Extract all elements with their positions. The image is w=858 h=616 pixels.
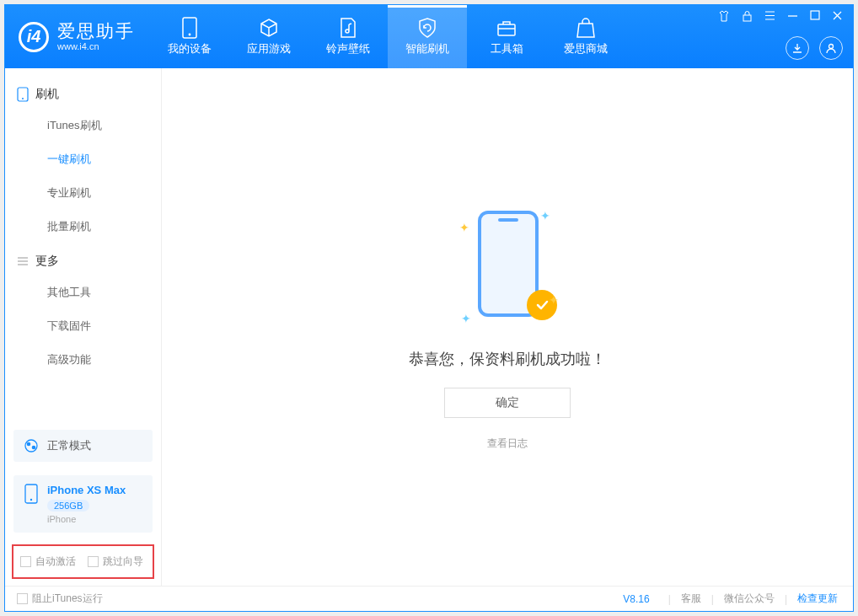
menu-icon[interactable]: [764, 10, 775, 24]
logo-icon: i4: [19, 22, 49, 52]
svg-rect-4: [811, 11, 819, 19]
sidebar-scroll: 刷机 iTunes刷机 一键刷机 专业刷机 批量刷机 更多 其他工具 下载固件 …: [5, 68, 161, 423]
sparkle-icon: ✦: [549, 293, 559, 307]
sidebar: 刷机 iTunes刷机 一键刷机 专业刷机 批量刷机 更多 其他工具 下载固件 …: [5, 68, 162, 586]
device-capacity: 256GB: [47, 500, 89, 512]
cube-icon: [258, 17, 280, 39]
svg-point-7: [22, 98, 24, 99]
svg-point-5: [829, 45, 834, 49]
sidebar-item-itunes-flash[interactable]: iTunes刷机: [5, 109, 161, 142]
app-window: i4 爱思助手 www.i4.cn 我的设备 应用游戏 铃声壁纸 智能刷机: [4, 4, 854, 612]
tshirt-icon[interactable]: [718, 10, 730, 24]
maximize-button[interactable]: [810, 10, 820, 24]
toolbox-icon: [496, 17, 517, 39]
close-button[interactable]: [832, 10, 843, 24]
checkbox-label: 阻止iTunes运行: [32, 592, 103, 606]
tab-label: 爱思商城: [564, 41, 608, 56]
success-illustration: ✦ ✦ ✦ ✦: [461, 204, 554, 330]
bag-icon: [575, 17, 597, 39]
view-log-link[interactable]: 查看日志: [487, 437, 528, 451]
version-label: V8.16: [623, 593, 649, 605]
device-name: iPhone XS Max: [47, 484, 126, 496]
list-icon: [17, 255, 29, 267]
sidebar-item-batch-flash[interactable]: 批量刷机: [5, 210, 161, 244]
checkbox-icon: [88, 556, 99, 567]
tab-my-device[interactable]: 我的设备: [150, 5, 229, 68]
tab-label: 应用游戏: [247, 41, 291, 56]
svg-point-12: [30, 499, 32, 501]
sidebar-section-flash: 刷机: [5, 77, 161, 109]
tab-ringtones[interactable]: 铃声壁纸: [308, 5, 388, 68]
options-row: 自动激活 跳过向导: [12, 544, 154, 579]
device-box[interactable]: iPhone XS Max 256GB iPhone: [13, 475, 153, 533]
svg-point-1: [189, 34, 191, 36]
sidebar-item-other-tools[interactable]: 其他工具: [5, 276, 161, 309]
sparkle-icon: ✦: [459, 221, 469, 234]
tab-label: 智能刷机: [405, 41, 449, 56]
device-icon: [179, 17, 201, 39]
sparkle-icon: ✦: [540, 209, 550, 222]
main-content: ✦ ✦ ✦ ✦ 恭喜您，保资料刷机成功啦！ 确定 查看日志: [162, 68, 853, 586]
sparkle-icon: ✦: [461, 312, 471, 325]
phone-icon: [17, 87, 29, 102]
device-phone-icon: [24, 484, 39, 504]
tab-label: 工具箱: [491, 41, 523, 56]
svg-point-10: [32, 446, 36, 450]
section-label: 刷机: [35, 87, 59, 102]
sidebar-item-download-firmware[interactable]: 下载固件: [5, 309, 161, 343]
checkbox-icon: [17, 593, 28, 604]
tab-flash[interactable]: 智能刷机: [388, 5, 467, 68]
sidebar-item-pro-flash[interactable]: 专业刷机: [5, 176, 161, 210]
status-bar: 阻止iTunes运行 V8.16 | 客服 | 微信公众号 | 检查更新: [5, 586, 853, 611]
brand-title: 爱思助手: [57, 21, 135, 41]
title-bar: i4 爱思助手 www.i4.cn 我的设备 应用游戏 铃声壁纸 智能刷机: [5, 5, 853, 68]
download-button[interactable]: [786, 36, 809, 60]
shield-refresh-icon: [416, 17, 438, 39]
footer-link-update[interactable]: 检查更新: [794, 592, 841, 606]
footer-link-wechat[interactable]: 微信公众号: [721, 592, 778, 606]
checkbox-label: 跳过向导: [103, 554, 143, 569]
checkbox-label: 自动激活: [35, 554, 76, 569]
sidebar-section-more: 更多: [5, 244, 161, 276]
section-label: 更多: [35, 254, 59, 269]
checkbox-skip-guide[interactable]: 跳过向导: [88, 554, 143, 569]
user-button[interactable]: [819, 36, 843, 60]
success-message: 恭喜您，保资料刷机成功啦！: [409, 349, 606, 369]
music-file-icon: [337, 17, 359, 39]
svg-rect-3: [743, 15, 751, 21]
logo: i4 爱思助手 www.i4.cn: [5, 21, 150, 52]
minimize-button[interactable]: [787, 10, 798, 24]
tab-toolbox[interactable]: 工具箱: [467, 5, 546, 68]
checkbox-auto-activate[interactable]: 自动激活: [20, 554, 76, 569]
mode-label: 正常模式: [47, 438, 91, 453]
ok-button[interactable]: 确定: [444, 388, 571, 418]
body: 刷机 iTunes刷机 一键刷机 专业刷机 批量刷机 更多 其他工具 下载固件 …: [5, 68, 853, 586]
svg-point-8: [25, 440, 37, 452]
tab-apps[interactable]: 应用游戏: [229, 5, 308, 68]
svg-rect-2: [498, 24, 515, 35]
main-tabs: 我的设备 应用游戏 铃声壁纸 智能刷机 工具箱 爱思商城: [150, 5, 625, 68]
window-controls: [718, 10, 843, 24]
footer-link-support[interactable]: 客服: [678, 592, 705, 606]
device-type: iPhone: [47, 514, 126, 524]
checkbox-block-itunes[interactable]: 阻止iTunes运行: [17, 592, 103, 606]
tab-store[interactable]: 爱思商城: [546, 5, 625, 68]
mode-box[interactable]: 正常模式: [13, 430, 153, 462]
tab-label: 铃声壁纸: [326, 41, 370, 56]
brand-text: 爱思助手 www.i4.cn: [57, 21, 135, 52]
lock-icon[interactable]: [742, 10, 753, 24]
checkbox-icon: [20, 556, 31, 567]
header-right: [718, 5, 843, 68]
account-buttons: [786, 36, 843, 60]
sidebar-item-advanced[interactable]: 高级功能: [5, 343, 161, 377]
brand-subtitle: www.i4.cn: [57, 41, 135, 52]
mode-icon: [24, 438, 39, 453]
svg-point-9: [27, 442, 31, 447]
tab-label: 我的设备: [168, 41, 212, 56]
sidebar-item-onekey-flash[interactable]: 一键刷机: [5, 142, 161, 176]
